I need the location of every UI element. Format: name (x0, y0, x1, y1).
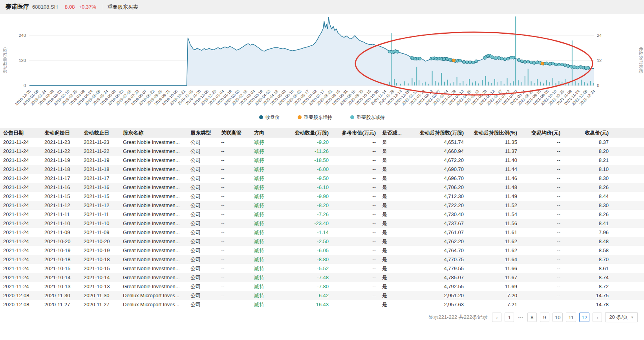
cell-change-start-date: 2021-11-19 (41, 156, 80, 165)
cell-ratio-after: 11.48 (467, 183, 520, 192)
cell-announce-date: 2021-11-24 (0, 255, 41, 264)
cell-change-start-date: 2021-10-18 (41, 255, 80, 264)
cell-is-reduction: 是 (379, 183, 411, 192)
cell-change-end-date: 2020-11-30 (80, 291, 120, 300)
cell-is-reduction: 是 (379, 255, 411, 264)
cell-close-price: 7.96 (564, 228, 644, 237)
cell-change-amount: -23.40 (282, 219, 332, 228)
column-header-change-amount: 变动数量(万股) (282, 128, 332, 138)
page-button-11[interactable]: 11 (566, 313, 576, 322)
cell-close-price: 8.74 (564, 273, 644, 282)
cell-is-reduction: 是 (379, 237, 411, 246)
cell-ratio-after: 11.62 (467, 237, 520, 246)
cell-holder-type: 公司 (187, 228, 218, 237)
cell-reference-value: -- (332, 255, 379, 264)
cell-change-start-date: 2021-11-11 (41, 210, 80, 219)
cell-announce-date: 2021-11-24 (0, 183, 41, 192)
cell-change-start-date: 2021-10-15 (41, 264, 80, 273)
cell-avg-price: -- (520, 165, 564, 174)
pagination-buttons: ‹1•••89101112› (492, 313, 602, 322)
cell-reference-value: -- (332, 228, 379, 237)
cell-related-executive: -- (218, 138, 251, 147)
cell-change-start-date: 2021-10-14 (41, 273, 80, 282)
legend-item-holder-increase[interactable]: 重要股东增持 (298, 114, 332, 121)
cell-reference-value: -- (332, 210, 379, 219)
page-button-12[interactable]: 12 (579, 313, 589, 322)
cell-holder-name: Great Noble Investmen... (120, 228, 187, 237)
shareholder-trading-chart-section: 012024001224变动数量(万股)收盘价(前复权)2018-12-2520… (0, 14, 644, 122)
cell-announce-date: 2021-11-24 (0, 165, 41, 174)
cell-related-executive: -- (218, 264, 251, 273)
cell-close-price: 8.72 (564, 282, 644, 291)
stock-change-percent: +0.37% (79, 4, 96, 10)
table-row: 2021-11-242021-10-132021-10-13Great Nobl… (0, 282, 644, 291)
cell-shares-after: 4,730.40 (411, 210, 467, 219)
cell-ratio-after: 11.46 (467, 174, 520, 183)
cell-ratio-after: 11.56 (467, 219, 520, 228)
cell-change-start-date: 2021-10-20 (41, 237, 80, 246)
cell-reference-value: -- (332, 138, 379, 147)
tab-important-shareholder-trading[interactable]: 重要股东买卖 (108, 4, 138, 11)
page-button-8[interactable]: 8 (527, 313, 537, 322)
page-button-9[interactable]: 9 (540, 313, 549, 322)
svg-text:12: 12 (597, 58, 602, 63)
cell-reference-value: -- (332, 165, 379, 174)
svg-text:24: 24 (597, 33, 602, 38)
column-header-ratio-after: 变动后持股比例(%) (467, 128, 520, 138)
cell-is-reduction: 是 (379, 219, 411, 228)
cell-avg-price: -- (520, 237, 564, 246)
cell-ratio-after: 11.64 (467, 255, 520, 264)
cell-is-reduction: 是 (379, 156, 411, 165)
cell-direction: 减持 (251, 282, 282, 291)
cell-holder-name: Denlux Microport Inves... (120, 291, 187, 300)
cell-direction: 减持 (251, 237, 282, 246)
legend-item-close-price[interactable]: 收盘价 (259, 114, 280, 121)
header-bar: 赛诺医疗 688108.SH 8.08 +0.37% 重要股东买卖 (0, 0, 644, 14)
table-row: 2021-11-242021-11-222021-11-22Great Nobl… (0, 147, 644, 156)
stock-code: 688108.SH (32, 4, 58, 10)
cell-avg-price: -- (520, 192, 564, 201)
cell-avg-price: -- (520, 138, 564, 147)
cell-change-start-date: 2020-11-30 (41, 291, 80, 300)
cell-ratio-after: 11.69 (467, 282, 520, 291)
cell-change-start-date: 2021-11-12 (41, 201, 80, 210)
cell-ratio-after: 11.40 (467, 156, 520, 165)
cell-holder-name: Great Noble Investmen... (120, 165, 187, 174)
cell-change-start-date: 2021-11-10 (41, 219, 80, 228)
cell-holder-name: Great Noble Investmen... (120, 192, 187, 201)
column-header-announce-date: 公告日期 (0, 128, 41, 138)
cell-direction: 减持 (251, 228, 282, 237)
cell-close-price: 8.26 (564, 210, 644, 219)
cell-change-end-date: 2021-11-19 (80, 156, 120, 165)
cell-change-amount: -7.80 (282, 282, 332, 291)
page-button-10[interactable]: 10 (553, 313, 563, 322)
legend-item-holder-decrease[interactable]: 重要股东减持 (350, 114, 385, 121)
cell-ratio-after: 11.49 (467, 192, 520, 201)
page-ellipsis: ••• (517, 315, 524, 320)
page-button-1[interactable]: 1 (505, 313, 514, 322)
cell-close-price: 8.37 (564, 138, 644, 147)
cell-change-end-date: 2021-11-22 (80, 147, 120, 156)
cell-shares-after: 4,764.70 (411, 246, 467, 255)
cell-change-end-date: 2021-11-15 (80, 192, 120, 201)
table-row: 2021-11-242021-11-172021-11-17Great Nobl… (0, 174, 644, 183)
column-header-change-end-date: 变动截止日 (80, 128, 120, 138)
cell-announce-date: 2021-11-24 (0, 264, 41, 273)
cell-is-reduction: 是 (379, 138, 411, 147)
cell-related-executive: -- (218, 147, 251, 156)
cell-change-amount: -6.10 (282, 183, 332, 192)
table-row: 2021-11-242021-10-152021-10-15Great Nobl… (0, 264, 644, 273)
page-next-button[interactable]: › (593, 313, 602, 322)
cell-reference-value: -- (332, 192, 379, 201)
cell-avg-price: -- (520, 210, 564, 219)
page-size-select[interactable]: 20 条/页 ▼ (605, 312, 638, 322)
cell-direction: 减持 (251, 246, 282, 255)
cell-change-end-date: 2021-10-18 (80, 255, 120, 264)
cell-avg-price: -- (520, 228, 564, 237)
cell-reference-value: -- (332, 147, 379, 156)
cell-change-start-date: 2021-10-19 (41, 246, 80, 255)
cell-related-executive: -- (218, 246, 251, 255)
table-header-row: 公告日期变动起始日变动截止日股东名称股东类型关联高管方向变动数量(万股)参考市值… (0, 128, 644, 138)
cell-holder-name: Great Noble Investmen... (120, 273, 187, 282)
page-prev-button[interactable]: ‹ (492, 313, 501, 322)
